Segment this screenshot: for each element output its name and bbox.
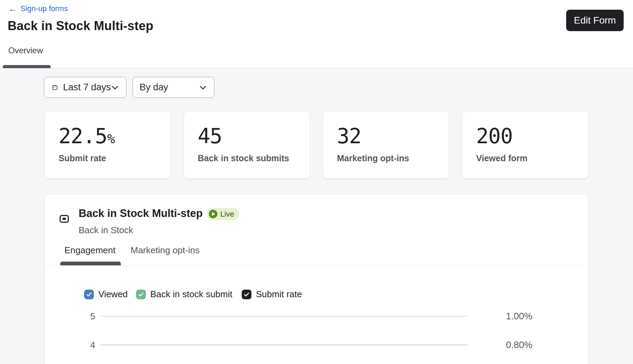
metric-label: Submit rate xyxy=(59,153,106,163)
check-icon xyxy=(138,291,144,298)
back-link-label: Sign-up forms xyxy=(20,4,68,13)
metric-label: Back in stock submits xyxy=(198,153,289,163)
metric-card-back-in-stock-submits: 45 Back in stock submits xyxy=(184,112,310,179)
metric-label: Marketing opt-ins xyxy=(337,153,409,163)
checkbox-viewed[interactable] xyxy=(84,290,94,299)
metric-number: 200 xyxy=(476,124,512,148)
metric-number: 45 xyxy=(198,124,222,148)
checkbox-submit-rate[interactable] xyxy=(242,290,251,299)
tab-engagement[interactable]: Engagement xyxy=(64,245,115,256)
legend-toggle-back-in-stock-submit[interactable]: Back in stock submit xyxy=(136,289,232,300)
gridline xyxy=(100,316,468,317)
metric-label: Viewed form xyxy=(476,153,527,163)
date-range-dropdown[interactable]: Last 7 days xyxy=(44,77,126,98)
form-icon xyxy=(60,215,69,223)
calendar-icon xyxy=(52,83,58,92)
live-badge-label: Live xyxy=(220,210,234,219)
metric-value: 32 xyxy=(337,126,361,146)
check-icon xyxy=(243,291,250,298)
live-status-badge: Live xyxy=(207,208,239,220)
metric-value: 45 xyxy=(198,126,222,146)
back-arrow-icon: ← xyxy=(8,5,17,12)
y-axis-left-tick: 5 xyxy=(78,312,95,321)
tab-overview[interactable]: Overview xyxy=(8,46,43,55)
page: ← Sign-up forms Back in Stock Multi-step… xyxy=(0,0,633,364)
form-card-subtitle: Back in Stock xyxy=(79,225,133,236)
page-header: ← Sign-up forms Back in Stock Multi-step… xyxy=(0,0,633,68)
legend-label: Back in stock submit xyxy=(150,289,232,300)
chevron-down-icon xyxy=(199,83,207,92)
legend-toggle-viewed[interactable]: Viewed xyxy=(84,289,128,300)
metric-value: 22.5% xyxy=(59,126,115,146)
legend-label: Viewed xyxy=(98,289,128,300)
granularity-dropdown[interactable]: By day xyxy=(133,77,214,98)
tab-overview-active-indicator xyxy=(3,65,51,68)
form-card-title: Back in Stock Multi-step xyxy=(79,207,203,220)
granularity-value: By day xyxy=(140,82,168,93)
legend-toggle-submit-rate[interactable]: Submit rate xyxy=(242,289,302,300)
legend-label: Submit rate xyxy=(256,289,302,300)
y-axis-left-tick: 4 xyxy=(78,340,95,349)
metric-number: 32 xyxy=(337,124,361,148)
metric-value: 200 xyxy=(476,126,512,146)
edit-form-button[interactable]: Edit Form xyxy=(566,10,624,31)
y-axis-right-tick: 0.80% xyxy=(506,340,533,350)
tabs-divider xyxy=(45,265,588,266)
metric-suffix: % xyxy=(107,131,115,146)
gridline xyxy=(100,345,468,345)
tab-marketing-opt-ins[interactable]: Marketing opt-ins xyxy=(131,245,199,256)
page-title: Back in Stock Multi-step xyxy=(8,19,153,33)
chevron-down-icon xyxy=(111,83,119,92)
metric-card-submit-rate: 22.5% Submit rate xyxy=(45,112,170,179)
check-icon xyxy=(86,291,92,298)
metric-card-viewed-form: 200 Viewed form xyxy=(462,112,588,179)
form-overview-card: Back in Stock Multi-step Live Back in St… xyxy=(45,195,588,364)
back-link-signup-forms[interactable]: ← Sign-up forms xyxy=(8,4,68,13)
checkbox-back-in-stock-submit[interactable] xyxy=(136,290,146,299)
date-range-value: Last 7 days xyxy=(63,82,111,93)
metric-number: 22.5 xyxy=(59,124,107,148)
live-play-icon xyxy=(209,210,217,218)
y-axis-right-tick: 1.00% xyxy=(506,312,533,321)
metric-card-marketing-opt-ins: 32 Marketing opt-ins xyxy=(323,112,449,179)
tab-engagement-active-indicator xyxy=(60,262,121,265)
